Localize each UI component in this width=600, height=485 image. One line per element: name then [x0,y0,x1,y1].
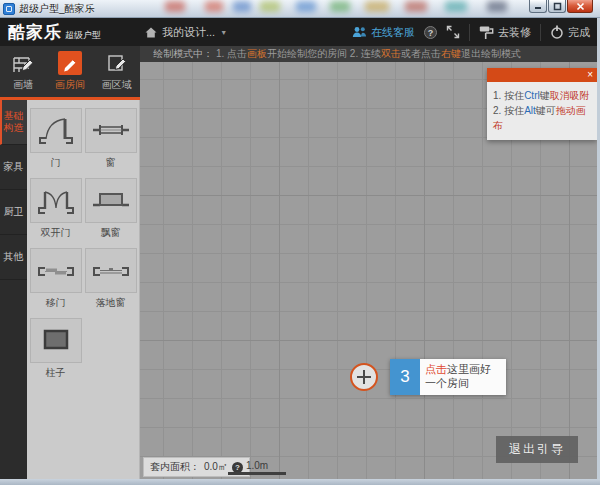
mode-keyword: 双击 [381,48,401,59]
tab-other[interactable]: 其他 [0,235,27,280]
minimize-button[interactable] [529,0,547,13]
close-button[interactable] [567,0,593,13]
scale-label: 1.0m [228,460,286,471]
finish-label: 完成 [568,25,590,40]
mode-keyword: 右键 [441,48,461,59]
people-icon [352,26,367,38]
tool-draw-area[interactable]: 画区域 [93,46,140,97]
item-label: 飘窗 [101,226,121,240]
tab-label: 家具 [4,161,24,173]
chevron-down-icon: ▼ [220,29,227,36]
snap-hint-tooltip: × 1. 按住Ctrl键取消吸附 2. 按住Alt键可拖动画布 [487,68,597,140]
desktop-blur-blob [165,1,185,12]
finish-button[interactable]: 完成 [550,25,590,40]
tab-label: 厨卫 [4,206,24,218]
item-label: 门 [51,156,61,170]
desktop-blur-blob [205,1,223,12]
brand-sub-title: 超级户型 [65,29,101,42]
window-icon [85,108,137,153]
app-icon [3,3,15,15]
app-header: 酷家乐 超级户型 我的设计... ▼ 在线客服 ? [0,18,600,46]
header-divider [540,24,541,41]
item-label: 双开门 [41,226,71,240]
desktop-blur-blob [260,1,280,12]
snap-hint-line: 2. 按住Alt键可拖动画布 [493,103,591,133]
decorate-button[interactable]: 去装修 [479,25,531,40]
item-label: 落地窗 [96,296,126,310]
tab-furniture[interactable]: 家具 [0,145,27,190]
item-floor-window[interactable]: 落地窗 [85,248,137,318]
tool-draw-room[interactable]: 画房间 [47,46,94,97]
draw-wall-icon [11,51,35,75]
tab-kitchen-bath[interactable]: 厨卫 [0,190,27,235]
mode-title: 绘制模式中： [153,48,213,59]
mode-text: 退出绘制模式 [461,48,521,59]
tool-label: 画区域 [102,78,132,92]
paint-roller-icon [479,25,494,40]
scale-bar [228,472,286,475]
desktop-blur-blob [405,1,427,12]
online-support-button[interactable]: 在线客服 [352,25,415,40]
item-bay-window[interactable]: 飘窗 [85,178,137,248]
mode-keyword: 画板 [247,48,267,59]
tool-label: 画房间 [55,78,85,92]
desktop-blur-blob [296,1,316,12]
mode-text: 或者点击 [401,48,441,59]
home-icon [145,27,157,38]
desktop-blur-blob [487,1,507,12]
desktop-blur-blob [233,1,251,12]
item-double-door[interactable]: 双开门 [30,178,82,248]
items-panel: 门 窗 [27,100,140,479]
decorate-label: 去装修 [498,25,531,40]
maximize-icon [553,2,562,11]
tool-draw-wall[interactable]: 画墙 [0,46,47,97]
draw-toolbar: 画墙 画房间 画区域 [0,46,140,100]
power-icon [550,25,564,39]
desktop-blur-blob [445,1,467,12]
close-icon[interactable]: × [587,68,593,82]
bay-window-icon [85,178,137,223]
scale-indicator: 1.0m [228,460,286,475]
double-door-icon [30,178,82,223]
item-window[interactable]: 窗 [85,108,137,178]
guide-step-text: 点击这里画好一个房间 [420,359,506,395]
minimize-icon [534,2,542,10]
tool-label: 画墙 [13,78,33,92]
mode-text: 1. 点击 [216,48,247,59]
draw-cursor-plus[interactable] [350,363,378,391]
maximize-button[interactable] [548,0,566,13]
item-label: 窗 [106,156,116,170]
item-door[interactable]: 门 [30,108,82,178]
item-sliding-door[interactable]: 移门 [30,248,82,318]
exit-guide-button[interactable]: 退出引导 [496,436,578,463]
fullscreen-icon[interactable] [446,25,460,39]
item-pillar[interactable]: 柱子 [30,318,82,388]
area-value: 0.0㎡ [204,460,228,474]
item-label: 柱子 [46,366,66,380]
help-icon[interactable]: ? [424,26,437,39]
close-icon [576,2,585,11]
window-frame-bottom [0,479,600,485]
snap-hint-line: 1. 按住Ctrl键取消吸附 [493,88,591,103]
tab-label: 其他 [4,251,24,263]
window-title: 超级户型_酷家乐 [19,2,95,16]
floor-window-icon [85,248,137,293]
guide-step-tooltip: 3 点击这里画好一个房间 [390,359,506,395]
drawing-canvas[interactable]: 绘制模式中： 1. 点击画板开始绘制您的房间 2. 连续双击或者点击右键退出绘制… [140,46,597,479]
snap-hint-header: × [487,68,597,82]
my-design-menu[interactable]: 我的设计... ▼ [145,25,227,40]
pillar-icon [30,318,82,363]
draw-area-icon [105,51,129,75]
area-label: 套内面积： [150,460,200,474]
window-titlebar[interactable]: 超级户型_酷家乐 [0,0,600,18]
desktop-blur-blob [365,1,389,12]
online-support-label: 在线客服 [371,25,415,40]
door-icon [30,108,82,153]
mode-text: 开始绘制您的房间 2. 连续 [267,48,381,59]
sliding-door-icon [30,248,82,293]
desktop-blur-blob [330,1,350,12]
my-design-label: 我的设计... [162,25,215,40]
tab-basic-structure[interactable]: 基础构造 [0,100,27,145]
tab-label: 基础构造 [3,110,24,134]
header-divider [469,24,470,41]
